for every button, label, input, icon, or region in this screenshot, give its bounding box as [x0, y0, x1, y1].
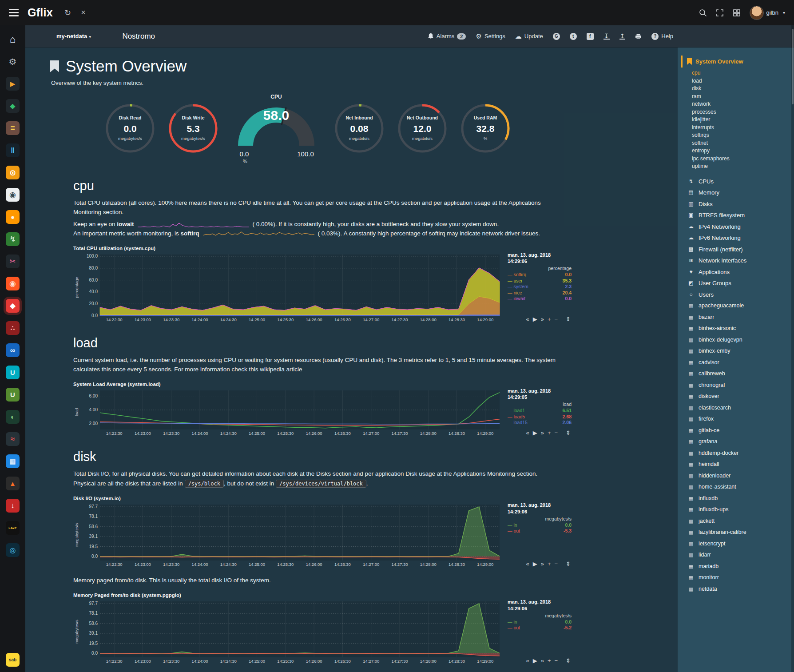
gauge-disk-write[interactable]: Disk Write5.3megabytes/s: [167, 102, 220, 157]
app-icon-app-05[interactable]: ⊙: [6, 166, 20, 179]
chart-canvas-cpu[interactable]: 0.020.040.060.080.0100.014:22:3014:23:00…: [79, 252, 504, 323]
chart-pan-left-icon[interactable]: «: [526, 429, 529, 436]
menu-sub-item-softnet[interactable]: softnet: [692, 139, 790, 147]
menu-app-hiddenloader[interactable]: ▦hiddenloader: [687, 470, 790, 482]
menu-app-letsencrypt[interactable]: ▦letsencrypt: [687, 538, 790, 550]
menu-app-bazarr[interactable]: ▦bazarr: [687, 312, 790, 323]
app-icon-app-16[interactable]: ◐: [6, 410, 20, 424]
app-icon-settings[interactable]: ⚙: [6, 55, 20, 68]
menu-app-hddtemp-docker[interactable]: ▦hddtemp-docker: [687, 448, 790, 459]
menu-app-binhex-airsonic[interactable]: ▦binhex-airsonic: [687, 323, 790, 334]
app-icon-sabnzbd[interactable]: sab: [6, 653, 20, 667]
fullscreen-icon[interactable]: [716, 9, 724, 17]
app-icon-lazylibrarian[interactable]: LAZY: [6, 521, 20, 535]
menu-sub-item-ram[interactable]: ram: [692, 93, 790, 101]
legend-entry-in[interactable]: — in0.0: [508, 619, 572, 625]
app-icon-app-02[interactable]: ◆: [6, 99, 20, 113]
settings-button[interactable]: ⚙ Settings: [476, 32, 505, 40]
app-icon-app-14[interactable]: U: [6, 366, 20, 379]
chart-resize-icon[interactable]: ⇕: [566, 316, 571, 322]
app-icon-app-10[interactable]: ◉: [6, 277, 20, 290]
gauge-cpu[interactable]: CPU58.00.0100.0%: [230, 92, 323, 166]
legend-entry-softirq[interactable]: — softirq0.0: [508, 272, 572, 278]
menu-sub-item-softirqs[interactable]: softirqs: [692, 131, 790, 139]
chart-zoom-in-icon[interactable]: +: [548, 561, 551, 567]
app-icon-home[interactable]: ⌂: [6, 32, 20, 46]
legend-entry-load15[interactable]: — load152.06: [508, 420, 572, 426]
menu-app-binhex-emby[interactable]: ▦binhex-emby: [687, 346, 790, 357]
menu-app-gitlab-ce[interactable]: ▦gitlab-ce: [687, 425, 790, 437]
app-icon-app-13[interactable]: ∞: [6, 343, 20, 357]
host-dropdown[interactable]: my-netdata▾: [56, 33, 91, 40]
legend-entry-out[interactable]: — out-5.3: [508, 528, 572, 534]
menu-app-elasticsearch[interactable]: ▦elasticsearch: [687, 402, 790, 414]
chart-zoom-out-icon[interactable]: −: [555, 316, 558, 322]
menu-app-monitorr[interactable]: ▦monitorr: [687, 572, 790, 584]
page-scrollbar[interactable]: [791, 25, 794, 672]
menu-section-user-groups[interactable]: ◩User Groups: [687, 278, 790, 289]
update-button[interactable]: ☁ Update: [515, 32, 543, 40]
legend-entry-iowait[interactable]: — iowait0.0: [508, 296, 572, 302]
legend-entry-user[interactable]: — user35.3: [508, 278, 572, 284]
search-icon[interactable]: [699, 9, 707, 17]
refresh-icon[interactable]: ↻: [64, 8, 71, 18]
print-button[interactable]: [635, 33, 642, 40]
menu-section-cpus[interactable]: ↯CPUs: [687, 176, 790, 187]
app-icon-app-07[interactable]: ●: [6, 210, 20, 224]
menu-sub-item-load[interactable]: load: [692, 77, 790, 85]
legend-entry-system[interactable]: — system2.3: [508, 284, 572, 290]
chart-pan-right-icon[interactable]: »: [541, 657, 544, 664]
chart-resize-icon[interactable]: ⇕: [566, 657, 571, 664]
chart-resize-icon[interactable]: ⇕: [566, 429, 571, 436]
chart-pan-right-icon[interactable]: »: [541, 316, 544, 322]
menu-sub-item-idlejitter[interactable]: idlejitter: [692, 116, 790, 124]
chart-zoom-in-icon[interactable]: +: [548, 657, 551, 664]
menu-section-btrfs-filesystem[interactable]: ▣BTRFS filesystem: [687, 210, 790, 221]
chart-resize-icon[interactable]: ⇕: [566, 561, 571, 567]
menu-app-jackett[interactable]: ▦jackett: [687, 516, 790, 527]
app-icon-app-18[interactable]: ▦: [6, 454, 20, 468]
chart-play-icon[interactable]: ▶: [533, 316, 537, 322]
menu-app-heimdall[interactable]: ▦heimdall: [687, 459, 790, 470]
app-icon-app-19[interactable]: ▲: [6, 477, 20, 490]
gauge-used-ram[interactable]: Used RAM32.8%: [459, 102, 512, 157]
menu-section-users[interactable]: ○Users: [687, 289, 790, 301]
legend-entry-out[interactable]: — out-5.2: [508, 625, 572, 631]
twitter-button[interactable]: t: [570, 33, 577, 40]
menu-app-influxdb[interactable]: ▦influxdb: [687, 493, 790, 505]
github-button[interactable]: G: [553, 33, 560, 40]
app-icon-app-09[interactable]: ✂: [6, 254, 20, 268]
chart-zoom-out-icon[interactable]: −: [555, 657, 558, 664]
chart-zoom-in-icon[interactable]: +: [548, 316, 551, 322]
menu-app-netdata[interactable]: ▦netdata: [687, 584, 790, 595]
menu-app-mariadb[interactable]: ▦mariadb: [687, 561, 790, 573]
menu-icon[interactable]: [9, 9, 19, 16]
menu-app-apacheguacamole[interactable]: ▦apacheguacamole: [687, 300, 790, 312]
app-icon-app-06[interactable]: ◉: [6, 188, 20, 202]
legend-entry-in[interactable]: — in0.0: [508, 522, 572, 529]
menu-system-overview[interactable]: System Overview: [681, 56, 790, 68]
menu-sub-item-disk[interactable]: disk: [692, 85, 790, 93]
menu-section-memory[interactable]: ▤Memory: [687, 187, 790, 199]
menu-app-firefox[interactable]: ▦firefox: [687, 414, 790, 425]
app-icon-app-01[interactable]: ▶: [6, 77, 20, 91]
chart-play-icon[interactable]: ▶: [533, 429, 537, 436]
menu-app-grafana[interactable]: ▦grafana: [687, 436, 790, 448]
chart-pan-right-icon[interactable]: »: [541, 429, 544, 436]
app-icon-app-03[interactable]: ≡: [6, 121, 20, 135]
chart-pan-left-icon[interactable]: «: [526, 657, 529, 664]
menu-section-firewall-netfilter-[interactable]: ▩Firewall (netfilter): [687, 244, 790, 255]
legend-entry-load1[interactable]: — load16.51: [508, 408, 572, 414]
menu-section-ipv4-networking[interactable]: ☁IPv4 Networking: [687, 221, 790, 233]
menu-sub-item-network[interactable]: network: [692, 100, 790, 108]
menu-section-network-interfaces[interactable]: ≋Network Interfaces: [687, 255, 790, 266]
menu-app-lazylibrarian-calibre[interactable]: ▦lazylibrarian-calibre: [687, 527, 790, 538]
chart-zoom-out-icon[interactable]: −: [555, 429, 558, 436]
app-icon-app-11[interactable]: ◆: [6, 299, 20, 313]
chart-play-icon[interactable]: ▶: [533, 561, 537, 567]
menu-app-binhex-delugevpn[interactable]: ▦binhex-delugevpn: [687, 334, 790, 346]
app-icon-app-15[interactable]: U: [6, 388, 20, 402]
menu-sub-item-interrupts[interactable]: interrupts: [692, 124, 790, 132]
alarms-button[interactable]: Alarms 2: [428, 33, 466, 40]
menu-app-cadvisor[interactable]: ▦cadvisor: [687, 357, 790, 369]
